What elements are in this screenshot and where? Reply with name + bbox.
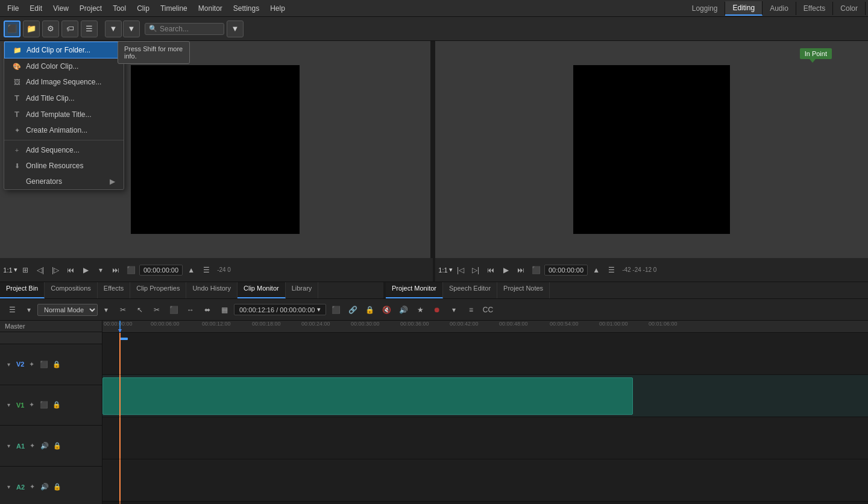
tab-project-notes[interactable]: Project Notes bbox=[497, 282, 550, 298]
a2-auto-icon[interactable]: ✦ bbox=[27, 482, 37, 493]
fit-frame-button[interactable]: ⊞ bbox=[19, 263, 32, 277]
tab-project-bin[interactable]: Project Bin bbox=[0, 282, 45, 298]
menu-add-title-clip[interactable]: T Add Title Clip... bbox=[4, 90, 124, 106]
v1-auto-icon[interactable]: ✦ bbox=[26, 400, 37, 411]
star-button[interactable]: ★ bbox=[413, 303, 427, 317]
slip-tool-button[interactable]: ↔ bbox=[183, 303, 198, 317]
menu-project[interactable]: Project bbox=[75, 2, 107, 14]
v2-auto-icon[interactable]: ✦ bbox=[26, 359, 37, 370]
menu-settings[interactable]: Settings bbox=[228, 2, 264, 14]
up-btn-right[interactable]: ▲ bbox=[590, 263, 603, 277]
caption-button[interactable]: CC bbox=[480, 303, 495, 317]
record-options-icon[interactable]: ▾ bbox=[447, 303, 461, 317]
project-settings-button[interactable]: ⚙ bbox=[42, 20, 59, 37]
mark-in-button[interactable]: ⬛ bbox=[124, 263, 137, 277]
workspace-tab-logging[interactable]: Logging bbox=[685, 2, 726, 15]
search-input[interactable] bbox=[160, 25, 220, 33]
workspace-tab-effects[interactable]: Effects bbox=[796, 2, 833, 15]
menu-add-color-clip[interactable]: 🎨 Add Color Clip... bbox=[4, 58, 124, 74]
ff-button[interactable]: ⏭ bbox=[514, 263, 527, 277]
tab-undo-history[interactable]: Undo History bbox=[186, 282, 237, 298]
menu-edit[interactable]: Edit bbox=[25, 2, 47, 14]
menu-btn-left[interactable]: ☰ bbox=[200, 263, 213, 277]
menu-generators[interactable]: Generators ▶ bbox=[4, 174, 124, 189]
audio-levels-button[interactable]: ≡ bbox=[464, 303, 478, 317]
a2-expand-icon[interactable]: ▾ bbox=[2, 481, 14, 493]
menu-timeline[interactable]: Timeline bbox=[156, 2, 192, 14]
zoom-clip-button[interactable]: ⬛ bbox=[329, 303, 343, 317]
v2-composite-icon[interactable]: ⬛ bbox=[39, 359, 49, 370]
play-button-left[interactable]: ▶ bbox=[79, 263, 92, 277]
multicam-button[interactable]: ▦ bbox=[217, 303, 231, 317]
menu-file[interactable]: File bbox=[2, 2, 24, 14]
tag-button[interactable]: 🏷 bbox=[61, 20, 78, 37]
a1-expand-icon[interactable]: ▾ bbox=[2, 440, 14, 452]
tab-clip-properties[interactable]: Clip Properties bbox=[130, 282, 186, 298]
lock-button[interactable]: 🔒 bbox=[362, 303, 377, 317]
tab-project-monitor[interactable]: Project Monitor bbox=[386, 282, 443, 298]
mute-button[interactable]: 🔇 bbox=[379, 303, 394, 317]
spacer-tool-button[interactable]: ⬌ bbox=[200, 303, 215, 317]
v1-expand-icon[interactable]: ▾ bbox=[2, 399, 14, 411]
expand-button[interactable]: ▼ bbox=[227, 20, 244, 37]
menu-add-clip-folder[interactable]: 📁 Add Clip or Folder... bbox=[4, 42, 124, 58]
menu-btn-right[interactable]: ☰ bbox=[605, 263, 618, 277]
v1-composite-icon[interactable]: ⬛ bbox=[39, 400, 49, 411]
menu-tool[interactable]: Tool bbox=[108, 2, 131, 14]
a2-lock-icon[interactable]: 🔒 bbox=[52, 482, 63, 493]
v1-clip[interactable] bbox=[102, 377, 633, 415]
step-forward-button[interactable]: ⏭ bbox=[109, 263, 122, 277]
a1-volume-icon[interactable]: 🔊 bbox=[39, 441, 50, 452]
play-options-button[interactable]: ▾ bbox=[94, 263, 107, 277]
menu-monitor[interactable]: Monitor bbox=[193, 2, 227, 14]
out-button[interactable]: ▷| bbox=[469, 263, 482, 277]
select-tool-button[interactable]: ↖ bbox=[133, 303, 147, 317]
mode-expand-icon[interactable]: ▾ bbox=[99, 303, 113, 317]
step-back-button[interactable]: ⏮ bbox=[64, 263, 77, 277]
timeline-menu-button[interactable]: ☰ bbox=[5, 303, 19, 317]
a1-lock-icon[interactable]: 🔒 bbox=[52, 441, 63, 452]
right-zoom-select[interactable]: 1:1 ▾ bbox=[439, 263, 452, 277]
menu-clip[interactable]: Clip bbox=[132, 2, 154, 14]
tab-clip-monitor[interactable]: Clip Monitor bbox=[237, 282, 286, 298]
a1-auto-icon[interactable]: ✦ bbox=[27, 441, 37, 452]
in-button[interactable]: |◁ bbox=[454, 263, 467, 277]
step-back-right[interactable]: ⏮ bbox=[484, 263, 497, 277]
left-zoom-select[interactable]: 1:1 ▾ bbox=[4, 263, 17, 277]
v1-lock-icon[interactable]: 🔒 bbox=[51, 400, 62, 411]
menu-view[interactable]: View bbox=[48, 2, 74, 14]
trim-in-button[interactable]: ◁| bbox=[34, 263, 47, 277]
menu-add-image-sequence[interactable]: 🖼 Add Image Sequence... bbox=[4, 74, 124, 90]
project-bin-icon[interactable]: ⬛ bbox=[4, 20, 20, 37]
tab-speech-editor[interactable]: Speech Editor bbox=[443, 282, 497, 298]
audio-mixer-button[interactable]: 🔊 bbox=[396, 303, 410, 317]
a2-volume-icon[interactable]: 🔊 bbox=[39, 482, 50, 493]
snap-button[interactable]: 🔗 bbox=[345, 303, 360, 317]
v2-lock-icon[interactable]: 🔒 bbox=[51, 359, 62, 370]
up-btn[interactable]: ▲ bbox=[184, 263, 198, 277]
filter-dropdown-button[interactable]: ▼ bbox=[123, 20, 140, 37]
menu-online-resources[interactable]: ⬇ Online Resources bbox=[4, 158, 124, 174]
menu-add-template-title[interactable]: T Add Template Title... bbox=[4, 106, 124, 122]
menu-add-sequence[interactable]: + Add Sequence... bbox=[4, 142, 124, 158]
filter-button[interactable]: ▼ bbox=[105, 20, 122, 37]
workspace-tab-editing[interactable]: Editing bbox=[725, 1, 763, 16]
fullscreen-button[interactable]: ⬛ bbox=[529, 263, 542, 277]
roll-tool-button[interactable]: ⬛ bbox=[166, 303, 181, 317]
tab-effects[interactable]: Effects bbox=[98, 282, 130, 298]
workspace-tab-color[interactable]: Color bbox=[833, 2, 866, 15]
menu-more-button[interactable]: ☰ bbox=[81, 20, 98, 37]
tab-compositions[interactable]: Compositions bbox=[45, 282, 98, 298]
new-folder-button[interactable]: 📁 bbox=[23, 20, 40, 37]
play-button-right[interactable]: ▶ bbox=[499, 263, 512, 277]
trim-out-button[interactable]: |▷ bbox=[49, 263, 62, 277]
record-button[interactable]: ⏺ bbox=[430, 303, 444, 317]
razor-tool-button[interactable]: ✂ bbox=[116, 303, 130, 317]
workspace-tab-audio[interactable]: Audio bbox=[763, 2, 796, 15]
menu-help[interactable]: Help bbox=[265, 2, 290, 14]
mode-select-dropdown[interactable]: Normal Mode bbox=[37, 304, 98, 316]
menu-create-animation[interactable]: ✦ Create Animation... bbox=[4, 122, 124, 138]
ripple-tool-button[interactable]: ✂ bbox=[149, 303, 164, 317]
v2-expand-icon[interactable]: ▾ bbox=[2, 358, 14, 370]
tab-library[interactable]: Library bbox=[286, 282, 319, 298]
